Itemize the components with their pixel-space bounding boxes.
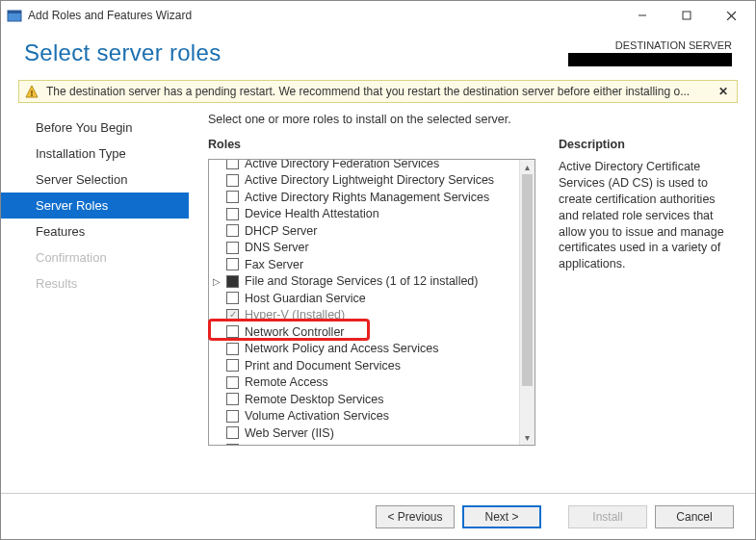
role-item[interactable]: Fax Server [226,256,534,273]
previous-button[interactable]: < Previous [376,505,455,528]
role-item[interactable]: Remote Access [226,374,534,392]
role-checkbox[interactable] [226,359,239,372]
description-text: Active Directory Certificate Services (A… [559,159,736,272]
svg-text:!: ! [31,89,34,98]
page-title: Select server roles [24,39,221,66]
svg-rect-1 [8,11,21,13]
nav-step-installation-type[interactable]: Installation Type [1,141,189,167]
role-label: Hyper-V (Installed) [245,308,345,321]
warning-icon: ! [25,85,39,98]
roles-listbox[interactable]: Active Directory Federation ServicesActi… [208,159,535,446]
main-area: Select one or more roles to install on t… [189,111,755,486]
destination-server-name [568,53,732,66]
header: Select server roles DESTINATION SERVER [1,30,755,72]
role-checkbox[interactable] [226,258,239,270]
scroll-thumb[interactable] [522,174,533,386]
role-checkbox[interactable] [226,426,239,439]
role-item[interactable]: Active Directory Lightweight Directory S… [226,172,534,190]
role-label: Active Directory Federation Services [245,159,439,170]
role-label: Active Directory Lightweight Directory S… [245,173,494,187]
role-label: Active Directory Rights Management Servi… [245,191,489,204]
role-label: Print and Document Services [245,359,401,373]
intro-text: Select one or more roles to install on t… [189,111,736,138]
role-item[interactable]: Host Guardian Service [226,290,534,307]
destination-label: DESTINATION SERVER [568,39,732,51]
footer: < Previous Next > Install Cancel [1,493,755,539]
role-item[interactable]: Network Controller [226,323,534,341]
maximize-button[interactable] [665,1,709,30]
role-label: File and Storage Services (1 of 12 insta… [245,274,479,288]
role-item[interactable]: Active Directory Rights Management Servi… [226,189,534,206]
role-item[interactable]: Volume Activation Services [226,408,534,425]
role-item[interactable]: DNS Server [226,240,534,257]
close-button[interactable] [709,1,753,30]
cancel-button[interactable]: Cancel [655,505,734,528]
role-label: DHCP Server [245,224,317,238]
roles-heading: Roles [208,138,535,151]
role-item[interactable]: Network Policy and Access Services [226,341,534,358]
warning-close-button[interactable]: ✕ [716,85,731,98]
nav-step-results: Results [1,270,189,296]
scrollbar[interactable]: ▴ ▾ [519,160,534,445]
role-checkbox[interactable] [226,410,239,423]
role-checkbox[interactable] [226,376,239,389]
minimize-button[interactable] [620,1,665,30]
nav-step-server-selection[interactable]: Server Selection [1,167,189,193]
role-item[interactable]: Active Directory Federation Services [226,159,534,172]
role-label: Network Controller [245,325,345,339]
warning-text: The destination server has a pending res… [46,85,708,98]
expand-icon[interactable]: ▷ [213,276,222,287]
role-checkbox[interactable] [226,159,239,169]
titlebar: Add Roles and Features Wizard [1,1,755,30]
role-item[interactable]: Remote Desktop Services [226,391,534,408]
description-column: Description Active Directory Certificate… [535,138,736,486]
role-checkbox[interactable] [226,275,239,288]
role-label: Remote Desktop Services [245,393,384,406]
role-checkbox[interactable] [226,393,239,405]
role-label: DNS Server [245,241,309,254]
roles-column: Roles Active Directory Federation Servic… [208,138,535,486]
window-title: Add Roles and Features Wizard [28,9,620,22]
role-checkbox[interactable] [226,292,239,304]
role-checkbox[interactable] [226,174,239,187]
destination-block: DESTINATION SERVER [568,39,732,66]
role-label: Web Server (IIS) [245,426,334,440]
description-heading: Description [559,138,736,151]
role-checkbox[interactable] [226,208,239,220]
role-item[interactable]: DHCP Server [226,222,534,240]
role-checkbox[interactable] [226,444,239,446]
nav-step-server-roles[interactable]: Server Roles [1,193,189,219]
body: Before You BeginInstallation TypeServer … [1,111,755,486]
svg-rect-3 [683,12,691,19]
role-item[interactable]: Device Health Attestation [226,206,534,223]
role-label: Host Guardian Service [245,292,366,305]
next-button[interactable]: Next > [462,505,541,528]
role-item[interactable]: Hyper-V (Installed) [226,307,534,324]
nav-steps: Before You BeginInstallation TypeServer … [1,111,189,486]
role-label: Network Policy and Access Services [245,342,438,355]
role-item[interactable]: ▷File and Storage Services (1 of 12 inst… [226,273,534,291]
role-item[interactable]: Windows Deployment Services [226,442,534,447]
role-checkbox[interactable] [226,343,239,355]
role-label: Remote Access [245,375,328,389]
warning-bar: ! The destination server has a pending r… [18,80,738,103]
role-checkbox[interactable] [226,309,239,321]
role-label: Windows Deployment Services [245,443,410,446]
wizard-icon [7,8,22,23]
role-checkbox[interactable] [226,325,239,338]
scroll-down-icon[interactable]: ▾ [520,430,534,445]
role-checkbox[interactable] [226,224,239,237]
role-label: Volume Activation Services [245,409,389,423]
window-controls [620,1,753,30]
nav-step-before-you-begin[interactable]: Before You Begin [1,115,189,141]
scroll-up-icon[interactable]: ▴ [520,160,534,174]
role-item[interactable]: Print and Document Services [226,357,534,374]
role-checkbox[interactable] [226,191,239,203]
role-item[interactable]: Web Server (IIS) [226,424,534,442]
install-button: Install [568,505,647,528]
role-checkbox[interactable] [226,242,239,254]
nav-step-confirmation: Confirmation [1,244,189,270]
role-label: Fax Server [245,258,303,271]
nav-step-features[interactable]: Features [1,219,189,244]
role-label: Device Health Attestation [245,207,379,220]
